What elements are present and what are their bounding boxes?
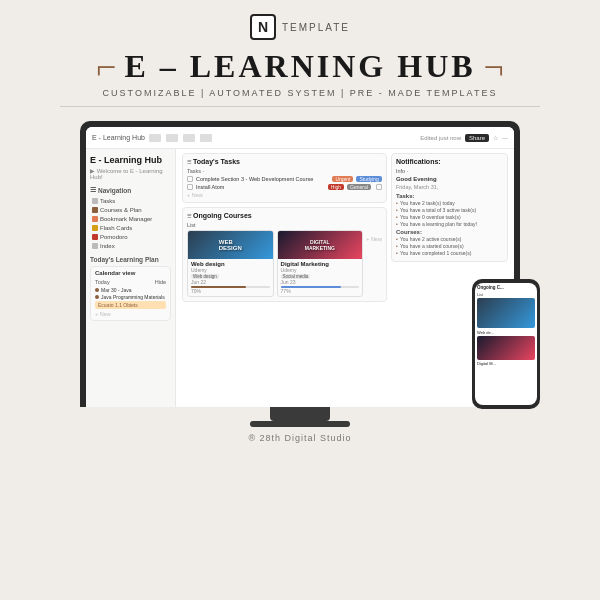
settings-icon[interactable]: ⋯	[502, 134, 508, 141]
task-checkbox-1[interactable]	[187, 176, 193, 182]
courses-list-label: List	[187, 222, 382, 228]
topbar-right: Edited just now Share ☆ ⋯	[420, 134, 508, 142]
notion-ui: E - Learning Hub Edited just now Share	[86, 127, 514, 407]
marketing-thumbnail: DIGITALMARKETING	[278, 231, 363, 259]
monitor-frame: E - Learning Hub Edited just now Share	[80, 121, 520, 407]
cal-dot-2	[95, 295, 99, 299]
notif-course-2: You have a started course(s)	[396, 243, 503, 249]
edited-label: Edited just now	[420, 135, 461, 141]
sidebar-add-new[interactable]: + New	[95, 311, 166, 317]
courses-section-header: Ongoing Courses	[187, 212, 382, 219]
template-label: TEMPLATE	[282, 22, 350, 33]
tasks-icon	[92, 198, 98, 204]
tasks-category-label: Tasks:	[396, 193, 503, 199]
tag-urgent: Urgent	[332, 176, 353, 182]
cal-item-2: Java Programming Materials	[95, 294, 166, 300]
notion-logo-area: N TEMPLATE	[250, 14, 350, 40]
sidebar-navigation: ☰ Navigation Tasks Courses & Plan	[90, 186, 171, 250]
screen-area: E - Learning Hub Edited just now Share	[40, 121, 560, 427]
phone-header: Ongoing C...	[477, 285, 535, 290]
info-label: Info ·	[396, 168, 503, 174]
calendar-header: Calendar view	[95, 270, 166, 276]
tasks-section-box: Today's Tasks Tasks · Complete Section 3…	[182, 153, 387, 203]
task-text-1: Complete Section 3 - Web Development Cou…	[196, 176, 329, 182]
main-title-wrap: ⌐ E – LEARNING HUB ¬	[96, 48, 504, 85]
tasks-sublabel: Tasks ·	[187, 168, 382, 174]
task-text-2: Install Atom	[196, 184, 325, 190]
sidebar-nav-title: ☰ Navigation	[90, 186, 171, 194]
phone-list-label: List	[477, 292, 535, 297]
tag-studying: Studying	[356, 176, 381, 182]
icon-home	[149, 134, 161, 142]
page-breadcrumb: E - Learning Hub	[92, 134, 145, 141]
notif-task-2: You have a total of 3 active task(s)	[396, 207, 503, 213]
tasks-section-header: Today's Tasks	[187, 158, 382, 165]
notif-task-1: You have 2 task(s) today	[396, 200, 503, 206]
sidebar-item-courses[interactable]: Courses & Plan	[90, 206, 171, 214]
notif-course-3: You have completed 1 course(s)	[396, 250, 503, 256]
sidebar-learning-plan: Today's Learning Plan Calendar view Toda…	[90, 256, 171, 321]
notion-main: Today's Tasks Tasks · Complete Section 3…	[176, 149, 514, 407]
webdesign-info: Web design Udemy Web design Jun 22	[188, 259, 273, 296]
courses-icon	[92, 207, 98, 213]
marketing-progress-fill	[281, 286, 342, 288]
monitor-stand	[270, 407, 330, 421]
notif-task-4: You have a learning plan for today!	[396, 221, 503, 227]
cal-item-1: Mar 30 - Java	[95, 287, 166, 293]
bracket-left: ⌐	[96, 49, 116, 85]
webdesign-platform: Udemy	[191, 267, 270, 273]
webdesign-progress-bar	[191, 286, 270, 288]
webdesign-progress-fill	[191, 286, 246, 288]
notif-course-1: You have 2 active course(s)	[396, 236, 503, 242]
marketing-progress-label: 77%	[281, 288, 360, 294]
flashcards-icon	[92, 225, 98, 231]
event-pill: Ecuato 1.1 Obiets	[95, 301, 166, 309]
notion-content: E - Learning Hub ▶ Welcome to E - Learni…	[86, 149, 514, 407]
page-title-area: E - Learning Hub ▶ Welcome to E - Learni…	[90, 155, 171, 180]
marketing-platform: Udemy	[281, 267, 360, 273]
task-check-box-extra[interactable]	[376, 184, 382, 190]
webdesign-progress-label: 70%	[191, 288, 270, 294]
course-card-webdesign[interactable]: WEBDESIGN Web design Udemy Web design	[187, 230, 274, 297]
phone-webdesign-thumb	[477, 298, 535, 328]
sidebar-item-tasks[interactable]: Tasks	[90, 197, 171, 205]
tasks-add-new[interactable]: + New	[187, 192, 382, 198]
phone-frame: Ongoing C... List Web de... Digital M...	[472, 279, 540, 409]
learning-plan-box: Calendar view Today Hide Mar 30 - Java	[90, 266, 171, 321]
tag-general: General	[347, 184, 371, 190]
task-item-2: Install Atom High General	[187, 184, 382, 190]
phone-marketing-thumb	[477, 336, 535, 360]
divider	[60, 106, 540, 107]
phone-screen: Ongoing C... List Web de... Digital M...	[475, 283, 537, 405]
credits: ® 28th Digital Studio	[248, 433, 351, 443]
course-card-marketing[interactable]: DIGITALMARKETING Digital Marketing Udemy…	[277, 230, 364, 297]
phone-content: Ongoing C... List Web de... Digital M...	[475, 283, 537, 368]
page-welcome: ▶ Welcome to E - Learning Hub!	[90, 167, 171, 180]
greeting-text: Good Evening	[396, 176, 503, 182]
topbar-icons	[149, 134, 212, 142]
sidebar-item-index[interactable]: Index	[90, 242, 171, 250]
calendar-today-row: Today Hide	[95, 279, 166, 285]
subtitle: CUSTOMIZABLE | AUTOMATED SYSTEM | PRE - …	[103, 88, 498, 98]
share-button[interactable]: Share	[465, 134, 489, 142]
notifications-box: Notifications: Info · Good Evening Frida…	[391, 153, 508, 262]
star-icon[interactable]: ☆	[493, 134, 498, 141]
sidebar-item-bookmark[interactable]: Bookmark Manager	[90, 215, 171, 223]
courses-section-box: Ongoing Courses List WEBDESIGN	[182, 207, 387, 302]
task-checkbox-2[interactable]	[187, 184, 193, 190]
courses-add-new[interactable]: + New	[366, 236, 382, 242]
cal-dot	[95, 288, 99, 292]
date-text: Friday, March 31,	[396, 184, 503, 190]
tag-high: High	[328, 184, 344, 190]
courses-category-label: Courses:	[396, 229, 503, 235]
sidebar-item-flashcards[interactable]: Flash Cards	[90, 224, 171, 232]
monitor-screen: E - Learning Hub Edited just now Share	[86, 127, 514, 407]
main-title: E – LEARNING HUB	[124, 48, 475, 85]
index-icon	[92, 243, 98, 249]
sidebar-item-pomodoro[interactable]: Pomodoro	[90, 233, 171, 241]
page-container: N TEMPLATE ⌐ E – LEARNING HUB ¬ CUSTOMIZ…	[0, 0, 600, 600]
marketing-progress-bar	[281, 286, 360, 288]
monitor-base	[250, 421, 350, 427]
icon-tag	[200, 134, 212, 142]
pomodoro-icon	[92, 234, 98, 240]
